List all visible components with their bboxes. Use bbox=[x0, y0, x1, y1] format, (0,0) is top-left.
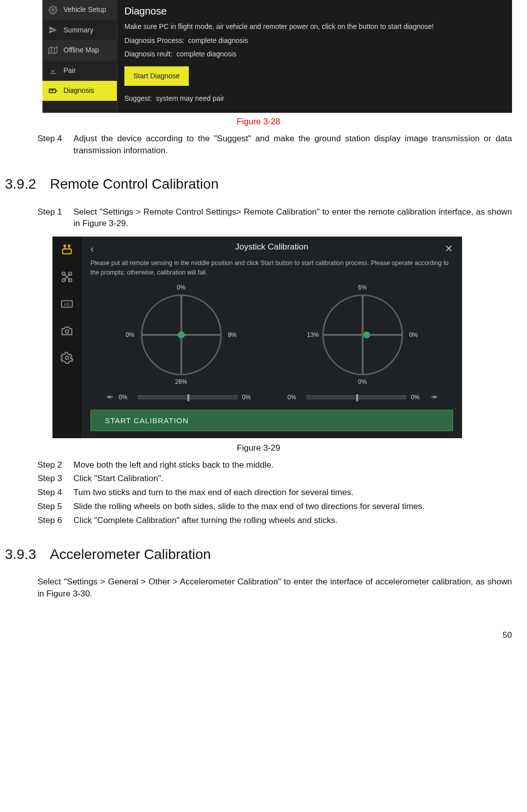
dial-value-right: 9% bbox=[228, 330, 236, 339]
back-icon[interactable]: ‹ bbox=[90, 242, 94, 256]
map-icon bbox=[47, 46, 58, 55]
close-icon[interactable]: ✕ bbox=[445, 242, 453, 256]
feather-icon: ✒ bbox=[430, 391, 438, 404]
step-label: Step 6 bbox=[37, 515, 73, 527]
svg-point-20 bbox=[65, 356, 69, 360]
nav-pair[interactable]: Pair bbox=[42, 61, 117, 81]
suggest-row: Suggest: system may need pair bbox=[124, 94, 505, 104]
feather-icon: ✒ bbox=[106, 391, 114, 404]
send-icon bbox=[47, 25, 58, 34]
svg-point-9 bbox=[64, 245, 65, 247]
hd-icon[interactable]: HD bbox=[59, 297, 74, 310]
section-number: 3.9.2 bbox=[5, 174, 50, 194]
figure-3-29-joystick-calibration: HD ‹ Joystick Calibration ✕ Please put a… bbox=[52, 237, 462, 438]
step-label: Step 4 bbox=[37, 487, 73, 499]
sliders-row: ✒ 0% 0% 0% 0% ✒ bbox=[90, 391, 453, 404]
joystick-title: Joystick Calibration bbox=[235, 241, 308, 253]
gear-icon bbox=[47, 5, 58, 14]
joystick-sidebar: HD bbox=[52, 237, 81, 438]
page-number: 50 bbox=[5, 629, 512, 641]
result-value: complete diagnosis bbox=[176, 50, 236, 58]
left-wheel-slider[interactable]: ✒ 0% 0% bbox=[106, 391, 256, 404]
section-number: 3.9.3 bbox=[5, 544, 50, 564]
start-diagnose-button[interactable]: Start Diagnose bbox=[124, 66, 189, 86]
diagnosis-result-row: Diagnosis reult: complete diagnosis bbox=[124, 49, 505, 59]
joystick-hint: Please put all remote sensing in the mid… bbox=[90, 259, 453, 277]
slider-left-value: 0% bbox=[288, 393, 302, 402]
joystick-main: ‹ Joystick Calibration ✕ Please put all … bbox=[81, 237, 462, 438]
section-3-9-3-heading: 3.9.3Accelerometer Calibration bbox=[5, 544, 512, 564]
step-text: Slide the rolling wheels on both sides, … bbox=[73, 501, 512, 513]
left-joystick-dial[interactable]: 0% 26% 0% 9% bbox=[129, 282, 234, 387]
dial-value-top: 6% bbox=[358, 283, 367, 292]
step-label: Step 1 bbox=[37, 206, 73, 230]
svg-rect-6 bbox=[62, 249, 71, 254]
svg-point-10 bbox=[68, 245, 70, 247]
nav-label: Vehicle Setup bbox=[63, 5, 106, 15]
nav-label: Pair bbox=[63, 66, 76, 76]
dial-value-left: 0% bbox=[126, 330, 134, 339]
step-text: Click "Complete Calibration" after turni… bbox=[73, 515, 512, 527]
joystick-titlebar: ‹ Joystick Calibration ✕ bbox=[90, 237, 453, 258]
nav-vehicle-setup[interactable]: Vehicle Setup bbox=[42, 0, 117, 20]
section-title: Remote Control Calibration bbox=[50, 176, 219, 192]
diagnose-instruction: Make sure PC in flight mode, air vehicle… bbox=[124, 22, 505, 32]
step-4-row: Step 4 Adjust the device according to th… bbox=[37, 133, 512, 157]
right-joystick-dial[interactable]: 6% 0% 13% 0% bbox=[310, 282, 415, 387]
dial-value-bottom: 26% bbox=[175, 378, 187, 386]
step-label: Step 3 bbox=[37, 473, 73, 485]
nav-label: Summary bbox=[63, 25, 93, 35]
svg-point-19 bbox=[65, 330, 69, 333]
diagnose-title: Diagnose bbox=[124, 4, 505, 18]
suggest-label: Suggest: bbox=[124, 94, 152, 102]
right-wheel-slider[interactable]: 0% 0% ✒ bbox=[288, 391, 438, 404]
svg-point-0 bbox=[52, 9, 54, 11]
step-text: Turn two sticks and turn to the max end … bbox=[73, 487, 512, 499]
nav-diagnosis[interactable]: Diagnosis bbox=[42, 81, 117, 101]
dial-value-left: 13% bbox=[307, 330, 319, 339]
section-title: Accelerometer Calibration bbox=[50, 546, 211, 562]
figure-3-28-caption: Figure 3-28 bbox=[5, 116, 512, 128]
diagnose-content: Diagnose Make sure PC in flight mode, ai… bbox=[117, 0, 512, 113]
nav-label: Diagnosis bbox=[63, 86, 94, 96]
dial-value-right: 0% bbox=[409, 330, 418, 339]
sec392-step3-row: Step 3 Click "Start Calibration". bbox=[37, 473, 512, 485]
diagnose-sidebar: Vehicle Setup Summary Offline Map Pair D… bbox=[42, 0, 117, 113]
svg-marker-1 bbox=[49, 47, 57, 54]
step-text: Move both the left and right sticks back… bbox=[73, 459, 512, 471]
slider-right-value: 0% bbox=[411, 393, 425, 402]
battery-icon bbox=[47, 86, 58, 95]
step-text: Click "Start Calibration". bbox=[73, 473, 512, 485]
controller-icon[interactable] bbox=[59, 244, 74, 257]
step-text: Select "Settings > Remote Control Settin… bbox=[73, 206, 512, 230]
svg-text:HD: HD bbox=[64, 302, 70, 307]
sec392-step6-row: Step 6 Click "Complete Calibration" afte… bbox=[37, 515, 512, 527]
diagnosis-process-row: Diagnosis Process: complete diagnosis bbox=[124, 36, 505, 46]
settings-icon[interactable] bbox=[59, 351, 74, 364]
step-label: Step 2 bbox=[37, 459, 73, 471]
figure-3-28-diagnose-panel: Vehicle Setup Summary Offline Map Pair D… bbox=[42, 0, 512, 113]
step-label: Step 5 bbox=[37, 501, 73, 513]
slider-left-value: 0% bbox=[119, 393, 133, 402]
dial-value-bottom: 0% bbox=[358, 378, 367, 386]
dial-value-top: 0% bbox=[177, 283, 185, 292]
sec392-step2-row: Step 2 Move both the left and right stic… bbox=[37, 459, 512, 471]
step-text: Adjust the device according to the "Sugg… bbox=[73, 133, 512, 157]
section-3-9-2-heading: 3.9.2Remote Control Calibration bbox=[5, 174, 512, 194]
camera-icon[interactable] bbox=[59, 324, 74, 337]
process-label: Diagnosis Process: bbox=[124, 36, 184, 44]
sec392-step5-row: Step 5 Slide the rolling wheels on both … bbox=[37, 501, 512, 513]
sec393-paragraph: Select "Settings > General > Other > Acc… bbox=[37, 576, 512, 600]
result-label: Diagnosis reult: bbox=[124, 50, 173, 58]
process-value: complete diagnosis bbox=[188, 36, 248, 44]
sec392-step4-row: Step 4 Turn two sticks and turn to the m… bbox=[37, 487, 512, 499]
start-calibration-button[interactable]: START CALIBRATION bbox=[90, 410, 453, 431]
drone-icon[interactable] bbox=[59, 271, 74, 283]
step-label: Step 4 bbox=[37, 133, 73, 157]
dials-row: 0% 26% 0% 9% 6% 0% 13% 0% bbox=[90, 282, 453, 387]
nav-summary[interactable]: Summary bbox=[42, 20, 117, 41]
nav-offline-map[interactable]: Offline Map bbox=[42, 40, 117, 61]
download-icon bbox=[47, 66, 58, 75]
slider-right-value: 0% bbox=[242, 393, 256, 402]
figure-3-29-caption: Figure 3-29 bbox=[5, 442, 512, 454]
